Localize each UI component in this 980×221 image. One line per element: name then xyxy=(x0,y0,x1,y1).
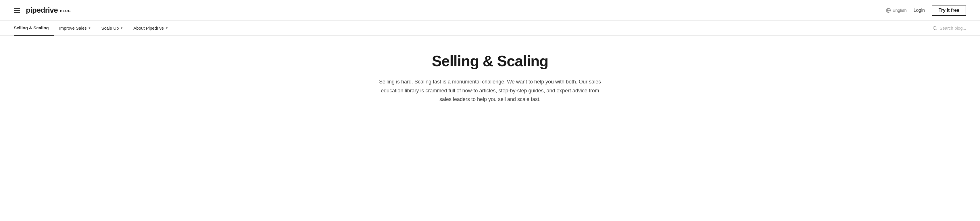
top-header: pipedrive BLOG English Login Try it free xyxy=(0,0,980,21)
globe-icon xyxy=(886,8,891,13)
nav-item-about-pipedrive[interactable]: About Pipedrive ▼ xyxy=(128,21,173,36)
hamburger-menu-button[interactable] xyxy=(14,8,20,13)
login-link[interactable]: Login xyxy=(913,8,925,13)
header-left: pipedrive BLOG xyxy=(14,6,71,15)
search-placeholder: Search blog... xyxy=(939,26,966,30)
hero-description: Selling is hard. Scaling fast is a monum… xyxy=(378,77,602,104)
language-selector[interactable]: English xyxy=(886,8,907,13)
try-free-button[interactable]: Try it free xyxy=(932,5,966,16)
chevron-down-icon: ▼ xyxy=(120,26,123,30)
nav-item-scale-up[interactable]: Scale Up ▼ xyxy=(96,21,128,36)
blog-badge: BLOG xyxy=(60,9,71,13)
header-right: English Login Try it free xyxy=(886,5,966,16)
hero-title: Selling & Scaling xyxy=(432,53,548,69)
svg-line-3 xyxy=(936,29,937,30)
hero-section: Selling & Scaling Selling is hard. Scali… xyxy=(366,36,614,118)
language-label: English xyxy=(892,8,907,13)
chevron-down-icon: ▼ xyxy=(165,26,168,30)
nav-search[interactable]: Search blog... xyxy=(932,26,966,30)
nav-item-selling-scaling[interactable]: Selling & Scaling xyxy=(14,21,54,36)
nav-bar: Selling & Scaling Improve Sales ▼ Scale … xyxy=(0,21,980,36)
logo-text: pipedrive xyxy=(26,6,58,15)
nav-item-improve-sales[interactable]: Improve Sales ▼ xyxy=(54,21,96,36)
logo-link[interactable]: pipedrive BLOG xyxy=(26,6,71,15)
chevron-down-icon: ▼ xyxy=(88,26,91,30)
search-icon xyxy=(932,26,937,30)
nav-links: Selling & Scaling Improve Sales ▼ Scale … xyxy=(14,21,173,36)
